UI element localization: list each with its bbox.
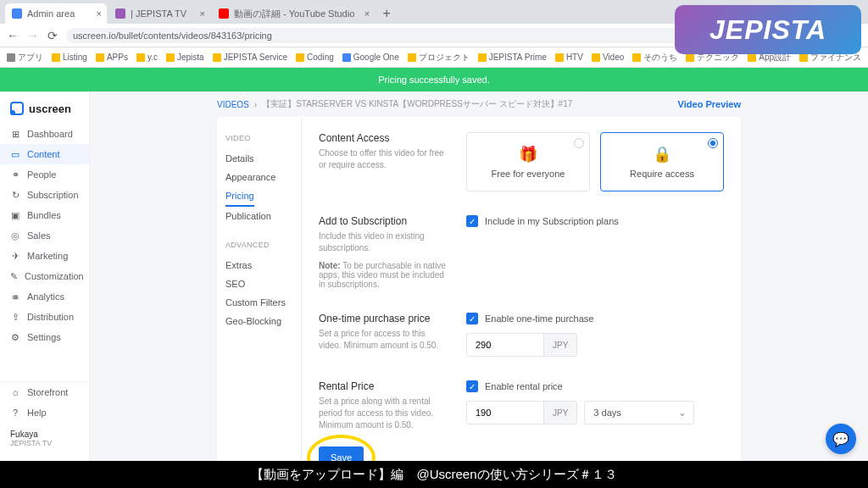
browser-tab-2[interactable]: 動画の詳細 - YouTube Studio × xyxy=(212,3,375,24)
rental-title: Rental Price xyxy=(319,380,446,392)
require-label: Require access xyxy=(609,169,715,179)
grid-icon: ⊞ xyxy=(10,129,20,139)
include-subscription-label: Include in my Subscription plans xyxy=(485,216,619,226)
sidebar-item-sales[interactable]: ◎Sales xyxy=(0,225,89,246)
content-access-desc: Choose to offer this video for free or r… xyxy=(319,147,446,171)
bookmark-item[interactable]: JEPISTA Prime xyxy=(478,53,547,62)
new-tab-button[interactable]: + xyxy=(376,3,397,24)
breadcrumb-root[interactable]: VIDEOS xyxy=(217,100,249,109)
sidebar-item-content[interactable]: ▭Content xyxy=(0,144,89,164)
sidebar-item-subscription[interactable]: ↻Subscription xyxy=(0,185,89,205)
chevron-right-icon: › xyxy=(254,100,257,109)
bundle-icon: ▣ xyxy=(10,210,20,220)
browser-tab-1[interactable]: | JEPISTA TV × xyxy=(108,3,210,24)
tab-label: Admin area xyxy=(27,8,75,19)
checkbox-icon: ✓ xyxy=(466,380,478,392)
brand-name: uscreen xyxy=(29,103,71,115)
close-icon[interactable]: × xyxy=(97,8,102,19)
browser-tab-0[interactable]: Admin area × xyxy=(5,3,107,24)
enable-onetime-label: Enable one-time purchase xyxy=(485,313,593,324)
close-icon[interactable]: × xyxy=(200,8,205,19)
video-preview-link[interactable]: Video Preview xyxy=(678,99,741,109)
require-access-option[interactable]: 🔒 Require access xyxy=(600,132,724,191)
bookmark-item[interactable]: そのうち xyxy=(632,52,677,64)
tab-pricing[interactable]: Pricing xyxy=(225,186,254,207)
logo-icon xyxy=(10,102,24,115)
favicon xyxy=(219,8,229,19)
checkbox-icon: ✓ xyxy=(466,313,478,324)
brand-logo[interactable]: uscreen xyxy=(0,98,89,124)
rental-period-value: 3 days xyxy=(593,408,620,418)
user-name: Fukaya xyxy=(10,430,79,439)
bookmark-item[interactable]: Listing xyxy=(52,53,87,62)
bookmark-item[interactable]: y.c xyxy=(136,53,158,62)
forward-button[interactable]: → xyxy=(27,29,39,42)
tab-geo-blocking[interactable]: Geo-Blocking xyxy=(225,312,292,330)
tab-appearance[interactable]: Appearance xyxy=(225,168,292,186)
free-access-option[interactable]: 🎁 Free for everyone xyxy=(466,132,590,191)
free-label: Free for everyone xyxy=(476,169,581,179)
bookmark-item[interactable]: APPs xyxy=(96,53,128,62)
sidebar-item-people[interactable]: ⚭People xyxy=(0,164,89,185)
bookmark-item[interactable]: プロジェクト xyxy=(408,52,470,64)
bookmark-item[interactable]: Coding xyxy=(296,53,334,62)
card-sidebar: VIDEO Details Appearance Pricing Publica… xyxy=(217,117,302,461)
sidebar-item-bundles[interactable]: ▣Bundles xyxy=(0,205,89,225)
pricing-card: VIDEO Details Appearance Pricing Publica… xyxy=(217,117,741,461)
sidebar-item-distribution[interactable]: ⇪Distribution xyxy=(0,307,89,327)
chat-icon: 💬 xyxy=(832,431,849,447)
breadcrumb: VIDEOS › 【実証】STARSERVER VS KINSTA【WORDPR… xyxy=(90,92,868,117)
user-org: JEPISTA TV xyxy=(10,439,79,447)
reload-button[interactable]: ⟳ xyxy=(47,29,58,42)
currency-label: JPY xyxy=(543,402,576,424)
tab-publication[interactable]: Publication xyxy=(225,207,292,225)
sidebar-item-storefront[interactable]: ⌂Storefront xyxy=(0,382,89,402)
rental-price-field: JPY xyxy=(466,401,577,424)
user-menu[interactable]: Fukaya JEPISTA TV xyxy=(0,423,89,454)
sidebar-item-marketing[interactable]: ✈Marketing xyxy=(0,246,89,266)
tab-seo[interactable]: SEO xyxy=(225,274,292,293)
subscription-note: Note: To be purchasable in native apps, … xyxy=(319,261,446,289)
include-subscription-row[interactable]: ✓ Include in my Subscription plans xyxy=(466,215,724,227)
rental-desc: Set a price along with a rental period f… xyxy=(319,396,446,431)
bookmark-item[interactable]: Jepista xyxy=(166,53,204,62)
tab-details[interactable]: Details xyxy=(225,149,292,168)
chat-button[interactable]: 💬 xyxy=(826,424,856,454)
subscription-desc: Include this video in existing subscript… xyxy=(319,230,446,254)
bookmark-item[interactable]: HTV xyxy=(555,53,583,62)
sidebar-item-settings[interactable]: ⚙Settings xyxy=(0,327,89,347)
currency-label: JPY xyxy=(543,334,576,356)
edit-icon: ✎ xyxy=(10,271,18,281)
sidebar-item-help[interactable]: ?Help xyxy=(0,402,89,423)
bookmark-item[interactable]: Google One xyxy=(342,53,399,62)
tab-extras[interactable]: Extras xyxy=(225,256,292,274)
apps-button[interactable]: アプリ xyxy=(7,52,43,64)
content-access-title: Content Access xyxy=(319,132,446,144)
onetime-price-input[interactable] xyxy=(467,334,543,356)
save-highlight: Save ↖ xyxy=(319,446,364,461)
plane-icon: ✈ xyxy=(10,251,20,261)
content-icon: ▭ xyxy=(10,149,20,159)
rental-price-input[interactable] xyxy=(467,402,543,424)
gift-icon: 🎁 xyxy=(476,145,581,164)
success-banner: Pricing successfully saved. xyxy=(0,68,868,92)
rental-period-select[interactable]: 3 days xyxy=(584,401,694,424)
chart-icon: ⩩ xyxy=(10,291,20,302)
sidebar-item-dashboard[interactable]: ⊞Dashboard xyxy=(0,124,89,144)
favicon xyxy=(115,8,125,19)
store-icon: ⌂ xyxy=(10,387,20,397)
side-head-advanced: ADVANCED xyxy=(225,241,292,249)
dollar-icon: ◎ xyxy=(10,230,20,241)
bookmark-item[interactable]: Video xyxy=(592,53,624,62)
tab-label: 動画の詳細 - YouTube Studio xyxy=(234,8,354,20)
sidebar-item-analytics[interactable]: ⩩Analytics xyxy=(0,286,89,307)
back-button[interactable]: ← xyxy=(7,29,19,42)
sidebar-item-customization[interactable]: ✎Customization xyxy=(0,266,89,286)
close-icon[interactable]: × xyxy=(364,8,370,19)
enable-rental-row[interactable]: ✓ Enable rental price xyxy=(466,380,724,392)
bookmark-item[interactable]: JEPISTA Service xyxy=(213,53,287,62)
tab-custom-filters[interactable]: Custom Filters xyxy=(225,293,292,312)
tab-label: | JEPISTA TV xyxy=(131,8,186,19)
onetime-desc: Set a price for access to this video. Mi… xyxy=(319,328,446,352)
enable-onetime-row[interactable]: ✓ Enable one-time purchase xyxy=(466,313,724,324)
